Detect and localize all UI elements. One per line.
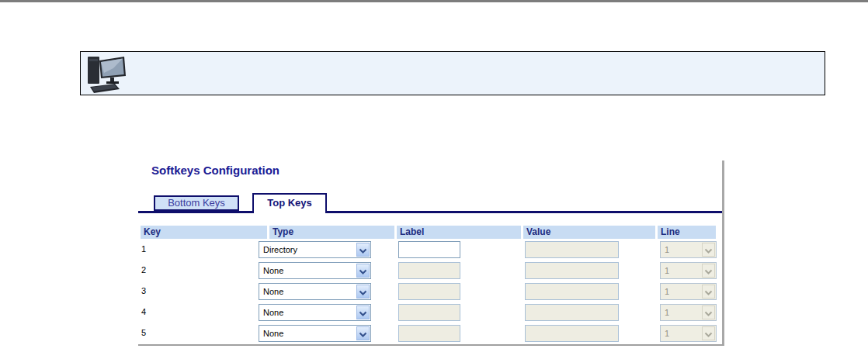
line-select-value: 1 — [665, 266, 669, 275]
line-select-value: 1 — [665, 287, 669, 296]
chevron-down-icon — [704, 311, 713, 317]
value-input-row-5 — [525, 325, 619, 342]
column-header-label: Label — [397, 226, 521, 239]
type-select-row-2[interactable]: None — [259, 262, 371, 279]
line-select-row-4: 1 — [660, 304, 717, 321]
column-header-type: Type — [269, 226, 394, 239]
tab-underline — [138, 211, 722, 213]
dropdown-button[interactable] — [356, 264, 370, 278]
column-header-line: Line — [658, 226, 716, 239]
value-input-row-3 — [525, 283, 619, 300]
dropdown-button-disabled — [702, 305, 715, 319]
label-input-row-2 — [398, 262, 460, 279]
dropdown-button[interactable] — [356, 305, 370, 319]
line-select-value: 1 — [665, 245, 669, 254]
value-input-row-2 — [525, 262, 619, 279]
type-select-row-5[interactable]: None — [259, 325, 371, 342]
dropdown-button[interactable] — [356, 285, 370, 299]
dropdown-button[interactable] — [356, 326, 370, 340]
dropdown-button-disabled — [702, 243, 715, 257]
dropdown-button-disabled — [702, 285, 715, 299]
type-select-value: None — [263, 287, 283, 296]
chevron-down-icon — [704, 248, 713, 254]
row-key-label: 5 — [141, 328, 160, 337]
chevron-down-icon — [704, 332, 713, 338]
row-key-label: 4 — [141, 307, 160, 316]
chevron-down-icon — [704, 290, 713, 296]
type-select-value: None — [263, 266, 283, 275]
chevron-down-icon — [359, 248, 367, 254]
chevron-down-icon — [704, 269, 713, 275]
column-header-key: Key — [141, 226, 267, 239]
row-key-label: 3 — [141, 286, 160, 295]
chevron-down-icon — [359, 332, 367, 338]
value-input-row-4 — [525, 304, 619, 321]
chevron-down-icon — [359, 311, 367, 317]
chevron-down-icon — [359, 269, 367, 275]
dropdown-button[interactable] — [356, 243, 370, 257]
line-select-row-2: 1 — [660, 262, 717, 279]
top-divider — [0, 0, 868, 2]
line-select-row-1: 1 — [660, 241, 717, 258]
row-key-label: 1 — [141, 244, 160, 254]
value-input-row-1 — [525, 241, 619, 258]
page-title: Softkeys Configuration — [151, 164, 279, 177]
line-select-row-3: 1 — [660, 283, 717, 300]
line-select-value: 1 — [665, 329, 669, 338]
type-select-value: None — [263, 308, 283, 317]
type-select-row-4[interactable]: None — [259, 304, 371, 321]
column-header-value: Value — [523, 226, 655, 239]
line-select-row-5: 1 — [660, 325, 717, 342]
chevron-down-icon — [359, 290, 367, 296]
info-banner — [80, 51, 825, 95]
type-select-value: Directory — [263, 245, 297, 254]
line-select-value: 1 — [665, 308, 669, 317]
dropdown-button-disabled — [702, 326, 715, 340]
row-key-label: 2 — [141, 265, 160, 274]
type-select-row-1[interactable]: Directory — [259, 241, 371, 258]
type-select-row-3[interactable]: None — [259, 283, 371, 300]
type-select-value: None — [263, 329, 283, 338]
tab-bottom-keys[interactable]: Bottom Keys — [154, 195, 239, 211]
tab-top-keys[interactable]: Top Keys — [252, 193, 327, 213]
label-input-row-3 — [398, 283, 460, 300]
label-input-row-5 — [398, 325, 460, 342]
label-input-row-1[interactable] — [398, 241, 460, 258]
label-input-row-4 — [398, 304, 460, 321]
dropdown-button-disabled — [702, 264, 715, 278]
